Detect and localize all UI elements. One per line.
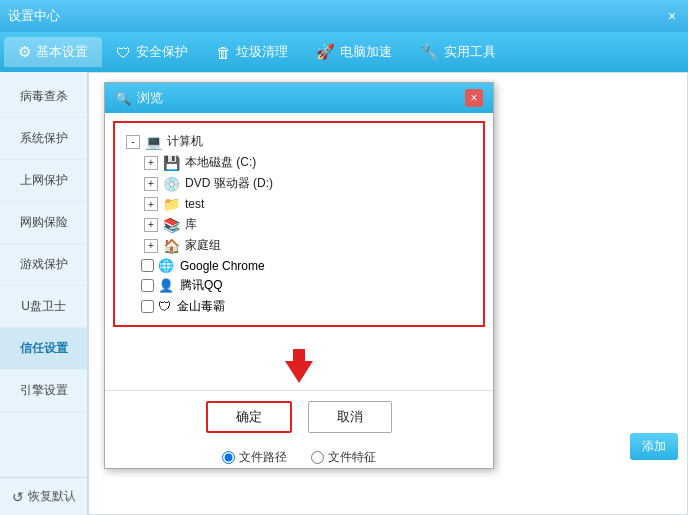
dialog-buttons: 确定 取消 [105, 390, 493, 443]
homegroup-icon: 🏠 [163, 238, 180, 254]
restore-icon: ↺ [12, 489, 24, 505]
library-icon: 📚 [163, 217, 180, 233]
app-title: 设置中心 [8, 7, 60, 25]
gear-icon: ⚙ [18, 43, 31, 61]
sidebar-item-virus[interactable]: 病毒查杀 [0, 76, 87, 118]
wrench-icon: 🔧 [420, 43, 439, 61]
tree-node-homegroup[interactable]: + 🏠 家庭组 [123, 235, 475, 256]
checkbox-qq[interactable]: 👤 腾讯QQ [123, 275, 475, 296]
confirm-button[interactable]: 确定 [206, 401, 292, 433]
top-nav: ⚙ 基本设置 🛡 安全保护 🗑 垃圾清理 🚀 电脑加速 🔧 实用工具 [0, 32, 688, 72]
tab-security[interactable]: 🛡 安全保护 [102, 37, 202, 67]
expand-computer[interactable]: - [126, 135, 140, 149]
tab-junk[interactable]: 🗑 垃圾清理 [202, 37, 302, 67]
expand-diskc[interactable]: + [144, 156, 158, 170]
sidebar-item-gameprotect[interactable]: 游戏保护 [0, 244, 87, 286]
jinshan-icon: 🛡 [158, 299, 171, 314]
qq-checkbox[interactable] [141, 279, 154, 292]
tab-tools-label: 实用工具 [444, 43, 496, 61]
tab-speed[interactable]: 🚀 电脑加速 [302, 37, 406, 67]
tab-speed-label: 电脑加速 [340, 43, 392, 61]
expand-homegroup[interactable]: + [144, 239, 158, 253]
cancel-button[interactable]: 取消 [308, 401, 392, 433]
add-button[interactable]: 添加 [630, 433, 678, 460]
checkbox-jinshan[interactable]: 🛡 金山毒霸 [123, 296, 475, 317]
chrome-checkbox[interactable] [141, 259, 154, 272]
main-layout: 病毒查杀 系统保护 上网保护 网购保险 游戏保护 U盘卫士 信任设置 引擎设置 … [0, 72, 688, 515]
sidebar-item-netprotect[interactable]: 上网保护 [0, 160, 87, 202]
sidebar-item-usb[interactable]: U盘卫士 [0, 286, 87, 328]
radio-row: 文件路径 文件特征 [105, 443, 493, 468]
file-tree-panel: - 💻 计算机 + 💾 本地磁盘 (C:) + 💿 DVD 驱动器 (D:) [113, 121, 485, 327]
chrome-icon: 🌐 [158, 258, 174, 273]
dvd-icon: 💿 [163, 176, 180, 192]
jinshan-checkbox[interactable] [141, 300, 154, 313]
window-close-button[interactable]: × [664, 8, 680, 24]
browse-icon: 🔍 [115, 91, 131, 106]
test-folder-icon: 📁 [163, 196, 180, 212]
arrow-area [105, 335, 493, 390]
svg-marker-0 [285, 349, 313, 383]
qq-icon: 👤 [158, 278, 174, 293]
sidebar-item-engine[interactable]: 引擎设置 [0, 370, 87, 412]
sidebar-item-sysprotect[interactable]: 系统保护 [0, 118, 87, 160]
dialog-title-content: 🔍 浏览 [115, 89, 163, 107]
filefeature-radio-label[interactable]: 文件特征 [311, 449, 376, 466]
down-arrow-icon [279, 345, 319, 385]
tree-node-library[interactable]: + 📚 库 [123, 214, 475, 235]
dialog-close-button[interactable]: × [465, 89, 483, 107]
computer-icon: 💻 [145, 134, 162, 150]
expand-dvd[interactable]: + [144, 177, 158, 191]
tree-node-computer[interactable]: - 💻 计算机 [123, 131, 475, 152]
tab-basic-label: 基本设置 [36, 43, 88, 61]
sidebar: 病毒查杀 系统保护 上网保护 网购保险 游戏保护 U盘卫士 信任设置 引擎设置 … [0, 72, 88, 515]
browse-dialog: 🔍 浏览 × - 💻 计算机 + 💾 本地 [104, 82, 494, 469]
trash-icon: 🗑 [216, 44, 231, 61]
restore-default-button[interactable]: ↺ 恢复默认 [0, 477, 87, 515]
dialog-title-bar: 🔍 浏览 × [105, 83, 493, 113]
filepath-radio-label[interactable]: 文件路径 [222, 449, 287, 466]
checkbox-chrome[interactable]: 🌐 Google Chrome [123, 256, 475, 275]
tab-basic[interactable]: ⚙ 基本设置 [4, 37, 102, 67]
main-content: 添加 🔍 浏览 × - 💻 计算机 [88, 72, 688, 515]
rocket-icon: 🚀 [316, 43, 335, 61]
filefeature-radio[interactable] [311, 451, 324, 464]
expand-test[interactable]: + [144, 197, 158, 211]
expand-library[interactable]: + [144, 218, 158, 232]
shield-icon: 🛡 [116, 44, 131, 61]
filepath-radio[interactable] [222, 451, 235, 464]
tab-junk-label: 垃圾清理 [236, 43, 288, 61]
title-bar: 设置中心 × [0, 0, 688, 32]
tab-security-label: 安全保护 [136, 43, 188, 61]
diskc-icon: 💾 [163, 155, 180, 171]
tree-node-test[interactable]: + 📁 test [123, 194, 475, 214]
dialog-title-label: 浏览 [137, 89, 163, 107]
tree-node-dvd[interactable]: + 💿 DVD 驱动器 (D:) [123, 173, 475, 194]
sidebar-item-trust[interactable]: 信任设置 [0, 328, 87, 370]
tab-tools[interactable]: 🔧 实用工具 [406, 37, 510, 67]
tree-node-diskc[interactable]: + 💾 本地磁盘 (C:) [123, 152, 475, 173]
sidebar-item-shopprotect[interactable]: 网购保险 [0, 202, 87, 244]
